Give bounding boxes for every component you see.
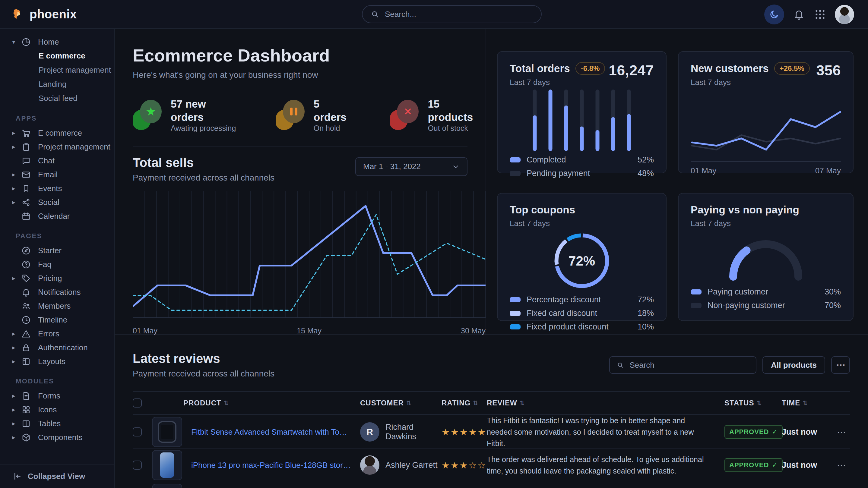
- box-icon: [21, 432, 31, 443]
- users-icon: [21, 301, 31, 311]
- sidebar-item-tables[interactable]: ▸Tables: [0, 417, 111, 430]
- sidebar-item-label: Authentication: [38, 343, 88, 352]
- date-range-value: Mar 1 - 31, 2022: [363, 162, 421, 171]
- sidebar-item-forms[interactable]: ▸Forms: [0, 389, 111, 403]
- calendar-icon: [21, 211, 31, 221]
- stat-label: Awating processing: [171, 124, 240, 133]
- legend-swatch: [510, 171, 521, 176]
- legend-label: Paying customer: [708, 287, 768, 297]
- sidebar-item-authentication[interactable]: ▸Authentication: [0, 340, 111, 355]
- lock-icon: [21, 342, 31, 353]
- review-text: The order was delivered ahead of schedul…: [487, 454, 724, 477]
- sidebar-item-label: Faq: [38, 260, 52, 269]
- legend-swatch: [691, 303, 702, 308]
- overview-section: Ecommerce Dashboard Here's what's going …: [115, 29, 868, 334]
- date-range-select[interactable]: Mar 1 - 31, 2022: [355, 157, 467, 176]
- sidebar-item-errors[interactable]: ▸Errors: [0, 327, 111, 340]
- chat-icon: [21, 155, 31, 166]
- sidebar-item-home[interactable]: ▾Home: [0, 35, 111, 49]
- x-axis-label: 15 May: [297, 326, 321, 335]
- sidebar-item-components[interactable]: ▸Components: [0, 430, 111, 444]
- sidebar-item-icons[interactable]: ▸Icons: [0, 403, 111, 417]
- card-title: Total orders: [510, 62, 570, 74]
- table-row[interactable]: Fitbit Sense Advanced Smartwatch with To…: [133, 415, 850, 449]
- row-checkbox[interactable]: [133, 427, 142, 436]
- column-header-label: RATING: [441, 399, 470, 407]
- help-icon: [21, 260, 31, 269]
- product-link[interactable]: Fitbit Sense Advanced Smartwatch with To…: [191, 427, 360, 437]
- user-avatar[interactable]: [835, 5, 854, 24]
- x-axis-label: 30 May: [461, 326, 486, 335]
- sidebar-item-pricing[interactable]: ▸Pricing: [0, 271, 111, 285]
- search-input[interactable]: [384, 9, 533, 19]
- check-icon: ✓: [772, 428, 777, 436]
- customers-line-chart: [691, 87, 841, 159]
- column-header-time[interactable]: TIME⇅: [782, 399, 833, 407]
- product-link[interactable]: iPhone 13 pro max-Pacific Blue-128GB sto…: [191, 461, 360, 470]
- sidebar-item-calendar[interactable]: Calendar: [0, 209, 111, 223]
- reviews-search-input[interactable]: [629, 360, 749, 370]
- sidebar-item-chat[interactable]: Chat: [0, 154, 111, 168]
- row-checkbox[interactable]: [133, 461, 142, 469]
- sidebar-item-members[interactable]: Members: [0, 299, 111, 313]
- column-header-review[interactable]: REVIEW⇅: [487, 399, 724, 407]
- sidebar-item-label: Events: [38, 184, 62, 193]
- sidebar-item-project-management[interactable]: ▸Project management: [0, 140, 111, 154]
- column-header-customer[interactable]: CUSTOMER⇅: [360, 399, 441, 407]
- cart-icon: [21, 128, 31, 138]
- card-period: Last 7 days: [691, 219, 841, 228]
- sidebar-item-events[interactable]: ▸Events: [0, 182, 111, 195]
- card-period: Last 7 days: [691, 78, 810, 87]
- sort-icon: ⇅: [756, 399, 762, 406]
- column-header-product[interactable]: PRODUCT⇅: [152, 399, 360, 407]
- sidebar-item-layouts[interactable]: ▸Layouts: [0, 355, 111, 368]
- legend-value: 30%: [825, 287, 841, 297]
- sidebar-item-e-commerce[interactable]: E commerce: [0, 49, 111, 63]
- status-badge: APPROVED✓: [724, 425, 783, 439]
- all-products-button[interactable]: All products: [763, 356, 825, 374]
- cart-icon: [21, 128, 31, 138]
- sidebar-item-faq[interactable]: Faq: [0, 257, 111, 271]
- sidebar-item-social[interactable]: ▸Social: [0, 195, 111, 209]
- reviews-menu-button[interactable]: ⋯: [831, 356, 850, 374]
- row-menu-button[interactable]: ⋯: [833, 427, 850, 437]
- column-header-rating[interactable]: RATING⇅: [441, 399, 487, 407]
- sidebar-item-starter[interactable]: Starter: [0, 243, 111, 257]
- caret-right-icon: ▸: [12, 434, 21, 441]
- apps-menu-button[interactable]: [814, 8, 826, 21]
- brand-logo[interactable]: phoenix: [0, 7, 77, 21]
- coupons-legend: Percentage discount72%Fixed card discoun…: [510, 295, 654, 331]
- sort-icon: ⇅: [406, 399, 412, 406]
- sidebar-item-project-management[interactable]: Project management: [0, 63, 111, 77]
- table-row[interactable]: iPhone 13 pro max-Pacific Blue-128GB sto…: [133, 449, 850, 482]
- card-period: Last 7 days: [510, 219, 654, 228]
- theme-toggle-button[interactable]: [764, 4, 784, 24]
- row-menu-button[interactable]: ⋯: [833, 460, 850, 470]
- sidebar-item-e-commerce[interactable]: ▸E commerce: [0, 126, 111, 140]
- sidebar-item-email[interactable]: ▸Email: [0, 168, 111, 182]
- reviews-title: Latest reviews: [133, 352, 275, 366]
- dashboard-left-pane: Ecommerce Dashboard Here's what's going …: [115, 29, 486, 335]
- table-row[interactable]: [133, 482, 850, 488]
- sidebar-item-landing[interactable]: Landing: [0, 77, 111, 91]
- column-header-status[interactable]: STATUS⇅: [724, 399, 782, 407]
- notifications-button[interactable]: [793, 8, 805, 21]
- sidebar-item-label: Icons: [38, 405, 57, 415]
- search-icon: [370, 10, 379, 19]
- layout-icon: [21, 357, 31, 366]
- caret-right-icon: ▸: [12, 344, 21, 351]
- global-search[interactable]: [362, 5, 542, 23]
- legend-label: Fixed card discount: [527, 308, 597, 318]
- column-header-label: TIME: [782, 399, 800, 407]
- select-all-checkbox[interactable]: [133, 398, 142, 408]
- collapse-view-button[interactable]: Collapsed View: [0, 464, 114, 488]
- sidebar-item-label: Errors: [38, 329, 59, 338]
- legend-swatch: [510, 324, 521, 329]
- sidebar-item-timeline[interactable]: Timeline: [0, 313, 111, 327]
- sidebar-item-social-feed[interactable]: Social feed: [0, 91, 111, 105]
- reviews-search[interactable]: [609, 356, 756, 374]
- total-sells-header: Total sells Payment received across all …: [133, 156, 467, 183]
- legend-item-paying-customer: Paying customer30%: [691, 287, 841, 297]
- sidebar-item-notifications[interactable]: Notifications: [0, 285, 111, 299]
- lock-icon: [21, 343, 31, 353]
